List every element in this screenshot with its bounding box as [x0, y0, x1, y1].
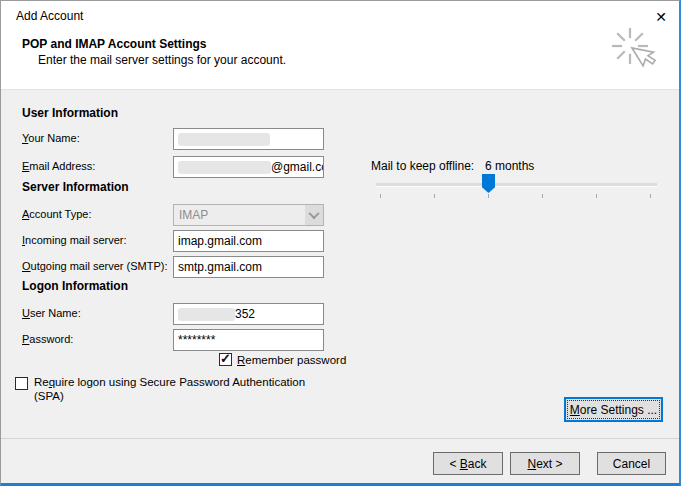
email-visible-suffix: @gmail.com [271, 160, 324, 174]
user-name-input[interactable]: 352 [173, 303, 324, 325]
outgoing-server-value: smtp.gmail.com [178, 260, 262, 274]
slider-tick [434, 194, 435, 198]
section-server-information: Server Information [22, 180, 129, 194]
password-input[interactable]: ******** [173, 329, 324, 351]
remember-password-label[interactable]: Remember password [237, 354, 346, 366]
user-name-visible-suffix: 352 [235, 307, 255, 321]
checkmark-icon: ✓ [220, 351, 231, 366]
back-button[interactable]: < Back [433, 452, 503, 475]
offline-slider-value: 6 months [485, 159, 534, 173]
button-bar-divider [1, 438, 679, 439]
redacted-text [178, 161, 271, 174]
email-address-label: Email Address: [22, 160, 95, 172]
page-subtitle: Enter the mail server settings for your … [38, 53, 286, 67]
password-label: Password: [22, 333, 73, 345]
remember-password-checkbox[interactable]: ✓ [219, 353, 232, 366]
section-user-information: User Information [22, 106, 118, 120]
your-name-input[interactable] [173, 128, 324, 150]
slider-tick [380, 194, 381, 198]
redacted-text [178, 133, 270, 146]
page-title: POP and IMAP Account Settings [22, 37, 206, 51]
offline-slider-label: Mail to keep offline: [371, 159, 474, 173]
window-title: Add Account [16, 9, 83, 23]
slider-tick [488, 194, 489, 198]
password-masked-value: ******** [178, 333, 215, 347]
outgoing-server-input[interactable]: smtp.gmail.com [173, 256, 324, 278]
account-type-label: Account Type: [22, 208, 92, 220]
spa-checkbox[interactable] [15, 377, 28, 390]
incoming-server-label: Incoming mail server: [22, 234, 127, 246]
spa-label-line1[interactable]: Require logon using Secure Password Auth… [34, 376, 305, 388]
busy-cursor-icon [597, 23, 677, 89]
account-type-dropdown: IMAP [173, 204, 324, 226]
chevron-down-icon [308, 208, 319, 219]
incoming-server-input[interactable]: imap.gmail.com [173, 230, 324, 252]
email-address-input[interactable]: @gmail.com [173, 156, 324, 178]
slider-tick [596, 194, 597, 198]
account-type-value: IMAP [174, 208, 305, 222]
your-name-label: Your Name: [22, 132, 80, 144]
more-settings-button[interactable]: More Settings ... [564, 397, 663, 422]
cancel-button[interactable]: Cancel [597, 452, 666, 475]
dropdown-button [305, 205, 323, 225]
slider-tick [650, 194, 651, 198]
offline-slider-track[interactable] [376, 183, 657, 187]
redacted-text [178, 308, 235, 321]
incoming-server-value: imap.gmail.com [178, 234, 262, 248]
outgoing-server-label: Outgoing mail server (SMTP): [22, 260, 168, 272]
add-account-dialog: Add Account ✕ POP and IMAP Account Setti… [0, 0, 681, 486]
spa-label-line2[interactable]: (SPA) [34, 390, 64, 402]
slider-tick [542, 194, 543, 198]
next-button[interactable]: Next > [510, 452, 580, 475]
user-name-label: User Name: [22, 307, 81, 319]
section-logon-information: Logon Information [22, 279, 128, 293]
